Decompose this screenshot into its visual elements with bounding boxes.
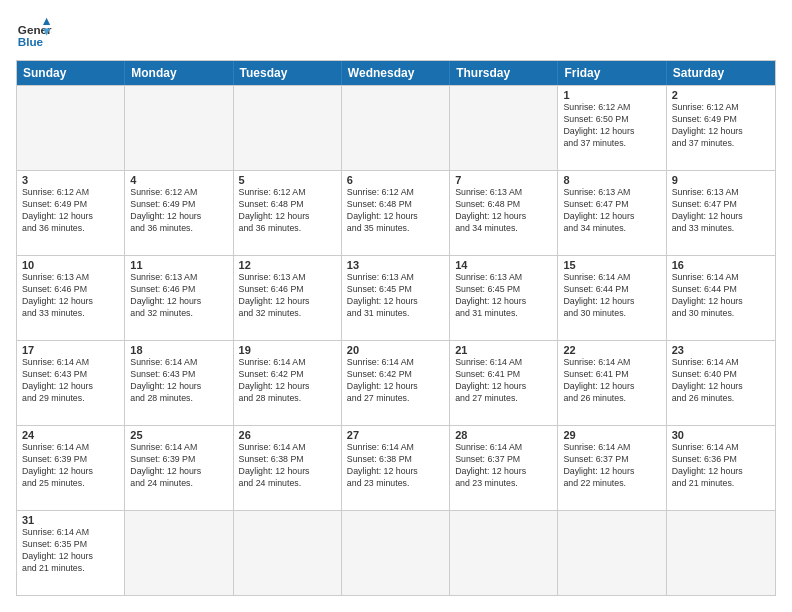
calendar-cell: 19Sunrise: 6:14 AM Sunset: 6:42 PM Dayli… <box>234 341 342 425</box>
calendar-cell: 2Sunrise: 6:12 AM Sunset: 6:49 PM Daylig… <box>667 86 775 170</box>
day-info: Sunrise: 6:14 AM Sunset: 6:41 PM Dayligh… <box>563 357 660 405</box>
day-info: Sunrise: 6:14 AM Sunset: 6:41 PM Dayligh… <box>455 357 552 405</box>
calendar-cell <box>342 86 450 170</box>
calendar-row-2: 10Sunrise: 6:13 AM Sunset: 6:46 PM Dayli… <box>17 255 775 340</box>
calendar-cell <box>234 511 342 595</box>
day-info: Sunrise: 6:14 AM Sunset: 6:44 PM Dayligh… <box>672 272 770 320</box>
calendar-cell: 29Sunrise: 6:14 AM Sunset: 6:37 PM Dayli… <box>558 426 666 510</box>
day-number: 31 <box>22 514 119 526</box>
day-info: Sunrise: 6:13 AM Sunset: 6:46 PM Dayligh… <box>130 272 227 320</box>
header-cell-monday: Monday <box>125 61 233 85</box>
svg-marker-2 <box>43 18 50 25</box>
calendar-cell: 13Sunrise: 6:13 AM Sunset: 6:45 PM Dayli… <box>342 256 450 340</box>
day-info: Sunrise: 6:14 AM Sunset: 6:43 PM Dayligh… <box>22 357 119 405</box>
calendar-cell: 31Sunrise: 6:14 AM Sunset: 6:35 PM Dayli… <box>17 511 125 595</box>
calendar-cell: 7Sunrise: 6:13 AM Sunset: 6:48 PM Daylig… <box>450 171 558 255</box>
calendar-cell: 5Sunrise: 6:12 AM Sunset: 6:48 PM Daylig… <box>234 171 342 255</box>
day-number: 29 <box>563 429 660 441</box>
day-info: Sunrise: 6:14 AM Sunset: 6:44 PM Dayligh… <box>563 272 660 320</box>
day-number: 3 <box>22 174 119 186</box>
calendar-cell: 1Sunrise: 6:12 AM Sunset: 6:50 PM Daylig… <box>558 86 666 170</box>
day-number: 17 <box>22 344 119 356</box>
calendar-row-4: 24Sunrise: 6:14 AM Sunset: 6:39 PM Dayli… <box>17 425 775 510</box>
day-number: 26 <box>239 429 336 441</box>
header: General Blue <box>16 16 776 52</box>
day-info: Sunrise: 6:13 AM Sunset: 6:46 PM Dayligh… <box>239 272 336 320</box>
day-number: 24 <box>22 429 119 441</box>
calendar-row-1: 3Sunrise: 6:12 AM Sunset: 6:49 PM Daylig… <box>17 170 775 255</box>
calendar-cell <box>667 511 775 595</box>
calendar-cell: 16Sunrise: 6:14 AM Sunset: 6:44 PM Dayli… <box>667 256 775 340</box>
day-info: Sunrise: 6:12 AM Sunset: 6:50 PM Dayligh… <box>563 102 660 150</box>
calendar-header-row: SundayMondayTuesdayWednesdayThursdayFrid… <box>17 61 775 85</box>
calendar-cell: 27Sunrise: 6:14 AM Sunset: 6:38 PM Dayli… <box>342 426 450 510</box>
calendar: SundayMondayTuesdayWednesdayThursdayFrid… <box>16 60 776 596</box>
calendar-cell <box>125 86 233 170</box>
calendar-cell: 14Sunrise: 6:13 AM Sunset: 6:45 PM Dayli… <box>450 256 558 340</box>
svg-text:Blue: Blue <box>18 35 44 48</box>
calendar-cell <box>125 511 233 595</box>
calendar-cell: 8Sunrise: 6:13 AM Sunset: 6:47 PM Daylig… <box>558 171 666 255</box>
calendar-body: 1Sunrise: 6:12 AM Sunset: 6:50 PM Daylig… <box>17 85 775 595</box>
logo-icon: General Blue <box>16 16 52 52</box>
calendar-cell: 9Sunrise: 6:13 AM Sunset: 6:47 PM Daylig… <box>667 171 775 255</box>
day-number: 11 <box>130 259 227 271</box>
day-number: 25 <box>130 429 227 441</box>
day-number: 30 <box>672 429 770 441</box>
day-info: Sunrise: 6:12 AM Sunset: 6:49 PM Dayligh… <box>22 187 119 235</box>
day-number: 19 <box>239 344 336 356</box>
day-info: Sunrise: 6:13 AM Sunset: 6:48 PM Dayligh… <box>455 187 552 235</box>
day-number: 27 <box>347 429 444 441</box>
calendar-cell <box>17 86 125 170</box>
day-number: 23 <box>672 344 770 356</box>
day-number: 2 <box>672 89 770 101</box>
calendar-cell <box>234 86 342 170</box>
day-info: Sunrise: 6:14 AM Sunset: 6:39 PM Dayligh… <box>22 442 119 490</box>
calendar-cell: 17Sunrise: 6:14 AM Sunset: 6:43 PM Dayli… <box>17 341 125 425</box>
day-info: Sunrise: 6:14 AM Sunset: 6:43 PM Dayligh… <box>130 357 227 405</box>
day-number: 14 <box>455 259 552 271</box>
calendar-cell <box>450 511 558 595</box>
calendar-cell <box>342 511 450 595</box>
day-info: Sunrise: 6:14 AM Sunset: 6:39 PM Dayligh… <box>130 442 227 490</box>
calendar-cell: 3Sunrise: 6:12 AM Sunset: 6:49 PM Daylig… <box>17 171 125 255</box>
day-number: 18 <box>130 344 227 356</box>
header-cell-thursday: Thursday <box>450 61 558 85</box>
day-info: Sunrise: 6:14 AM Sunset: 6:40 PM Dayligh… <box>672 357 770 405</box>
page: General Blue SundayMondayTuesdayWednesda… <box>0 0 792 612</box>
header-cell-wednesday: Wednesday <box>342 61 450 85</box>
calendar-cell: 22Sunrise: 6:14 AM Sunset: 6:41 PM Dayli… <box>558 341 666 425</box>
day-info: Sunrise: 6:14 AM Sunset: 6:35 PM Dayligh… <box>22 527 119 575</box>
day-info: Sunrise: 6:12 AM Sunset: 6:49 PM Dayligh… <box>130 187 227 235</box>
day-info: Sunrise: 6:13 AM Sunset: 6:47 PM Dayligh… <box>672 187 770 235</box>
day-info: Sunrise: 6:14 AM Sunset: 6:38 PM Dayligh… <box>239 442 336 490</box>
day-number: 16 <box>672 259 770 271</box>
header-cell-sunday: Sunday <box>17 61 125 85</box>
calendar-cell: 11Sunrise: 6:13 AM Sunset: 6:46 PM Dayli… <box>125 256 233 340</box>
day-info: Sunrise: 6:13 AM Sunset: 6:45 PM Dayligh… <box>347 272 444 320</box>
day-info: Sunrise: 6:13 AM Sunset: 6:45 PM Dayligh… <box>455 272 552 320</box>
day-info: Sunrise: 6:14 AM Sunset: 6:36 PM Dayligh… <box>672 442 770 490</box>
day-info: Sunrise: 6:12 AM Sunset: 6:49 PM Dayligh… <box>672 102 770 150</box>
day-number: 5 <box>239 174 336 186</box>
day-number: 15 <box>563 259 660 271</box>
day-number: 9 <box>672 174 770 186</box>
day-number: 4 <box>130 174 227 186</box>
calendar-cell: 28Sunrise: 6:14 AM Sunset: 6:37 PM Dayli… <box>450 426 558 510</box>
calendar-cell: 24Sunrise: 6:14 AM Sunset: 6:39 PM Dayli… <box>17 426 125 510</box>
day-number: 10 <box>22 259 119 271</box>
day-info: Sunrise: 6:14 AM Sunset: 6:37 PM Dayligh… <box>563 442 660 490</box>
day-number: 20 <box>347 344 444 356</box>
day-info: Sunrise: 6:14 AM Sunset: 6:37 PM Dayligh… <box>455 442 552 490</box>
day-number: 13 <box>347 259 444 271</box>
calendar-row-3: 17Sunrise: 6:14 AM Sunset: 6:43 PM Dayli… <box>17 340 775 425</box>
calendar-cell: 21Sunrise: 6:14 AM Sunset: 6:41 PM Dayli… <box>450 341 558 425</box>
day-info: Sunrise: 6:13 AM Sunset: 6:46 PM Dayligh… <box>22 272 119 320</box>
calendar-cell: 15Sunrise: 6:14 AM Sunset: 6:44 PM Dayli… <box>558 256 666 340</box>
day-info: Sunrise: 6:12 AM Sunset: 6:48 PM Dayligh… <box>239 187 336 235</box>
day-info: Sunrise: 6:14 AM Sunset: 6:38 PM Dayligh… <box>347 442 444 490</box>
calendar-cell: 23Sunrise: 6:14 AM Sunset: 6:40 PM Dayli… <box>667 341 775 425</box>
calendar-cell: 30Sunrise: 6:14 AM Sunset: 6:36 PM Dayli… <box>667 426 775 510</box>
calendar-cell: 25Sunrise: 6:14 AM Sunset: 6:39 PM Dayli… <box>125 426 233 510</box>
calendar-cell: 20Sunrise: 6:14 AM Sunset: 6:42 PM Dayli… <box>342 341 450 425</box>
